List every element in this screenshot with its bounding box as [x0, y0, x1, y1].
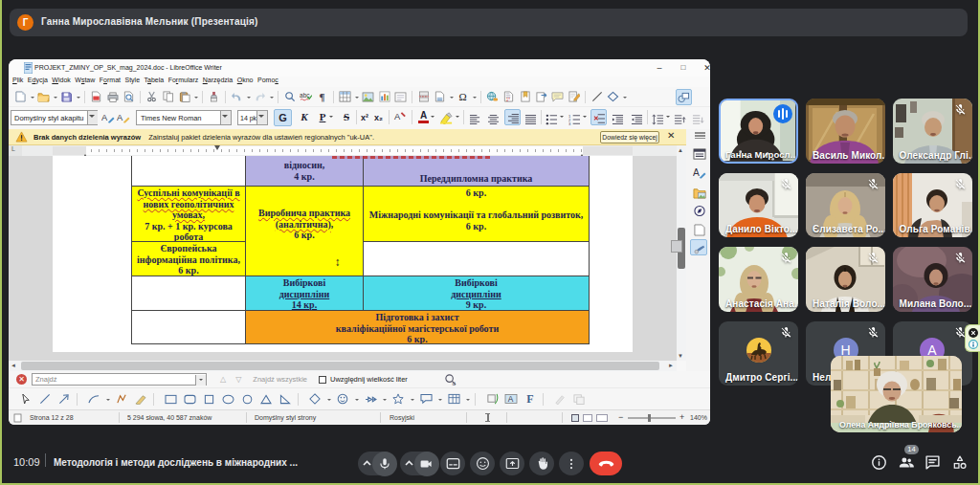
svg-text:A: A	[394, 112, 401, 121]
svg-text:3: 3	[568, 121, 571, 125]
svg-text:d: d	[452, 381, 455, 386]
svg-text:A: A	[693, 167, 700, 178]
svg-text:1*: 1*	[506, 98, 511, 102]
svg-text:A: A	[117, 113, 123, 122]
svg-text:A: A	[508, 394, 514, 404]
svg-text:A: A	[101, 113, 108, 122]
